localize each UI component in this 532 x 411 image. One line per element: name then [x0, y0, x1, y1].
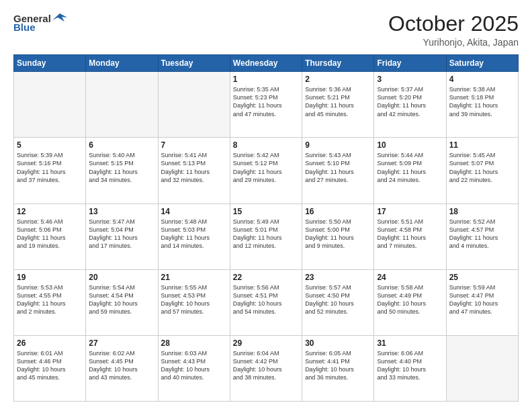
calendar-cell: 3Sunrise: 5:37 AM Sunset: 5:20 PM Daylig… — [374, 72, 446, 138]
day-number: 7 — [161, 140, 227, 150]
calendar-cell: 21Sunrise: 5:55 AM Sunset: 4:53 PM Dayli… — [158, 269, 230, 335]
day-number: 25 — [449, 273, 515, 282]
day-number: 5 — [17, 140, 83, 150]
week-row-2: 12Sunrise: 5:46 AM Sunset: 5:06 PM Dayli… — [14, 203, 519, 269]
day-number: 6 — [89, 140, 154, 150]
logo-bird-icon — [52, 12, 67, 24]
calendar-cell: 20Sunrise: 5:54 AM Sunset: 4:54 PM Dayli… — [86, 269, 158, 335]
calendar-cell: 9Sunrise: 5:43 AM Sunset: 5:10 PM Daylig… — [302, 138, 374, 203]
calendar-cell: 5Sunrise: 5:39 AM Sunset: 5:16 PM Daylig… — [14, 138, 86, 203]
cell-text: Sunrise: 5:47 AM Sunset: 5:04 PM Dayligh… — [89, 218, 154, 250]
calendar-cell — [158, 72, 230, 138]
day-number: 28 — [161, 338, 227, 348]
day-number: 23 — [305, 273, 371, 282]
cell-text: Sunrise: 5:48 AM Sunset: 5:03 PM Dayligh… — [161, 218, 227, 250]
cell-text: Sunrise: 6:03 AM Sunset: 4:43 PM Dayligh… — [161, 349, 227, 382]
calendar-cell: 1Sunrise: 5:35 AM Sunset: 5:23 PM Daylig… — [230, 72, 302, 138]
day-number: 19 — [17, 273, 83, 282]
weekday-header-monday: Monday — [86, 55, 158, 72]
calendar-cell: 19Sunrise: 5:53 AM Sunset: 4:55 PM Dayli… — [14, 269, 86, 335]
cell-text: Sunrise: 6:04 AM Sunset: 4:42 PM Dayligh… — [233, 349, 299, 382]
cell-text: Sunrise: 6:05 AM Sunset: 4:41 PM Dayligh… — [305, 349, 371, 382]
day-number: 24 — [377, 273, 443, 282]
calendar-cell: 27Sunrise: 6:02 AM Sunset: 4:45 PM Dayli… — [86, 335, 158, 401]
day-number: 21 — [161, 273, 227, 282]
day-number: 17 — [377, 207, 443, 216]
calendar-cell: 6Sunrise: 5:40 AM Sunset: 5:15 PM Daylig… — [86, 138, 158, 203]
calendar-cell: 2Sunrise: 5:36 AM Sunset: 5:21 PM Daylig… — [302, 72, 374, 138]
calendar-cell: 24Sunrise: 5:58 AM Sunset: 4:49 PM Dayli… — [374, 269, 446, 335]
cell-text: Sunrise: 6:01 AM Sunset: 4:46 PM Dayligh… — [17, 349, 83, 382]
cell-text: Sunrise: 5:49 AM Sunset: 5:01 PM Dayligh… — [233, 218, 299, 250]
calendar-cell: 26Sunrise: 6:01 AM Sunset: 4:46 PM Dayli… — [14, 335, 86, 401]
cell-text: Sunrise: 5:58 AM Sunset: 4:49 PM Dayligh… — [377, 283, 443, 316]
cell-text: Sunrise: 5:59 AM Sunset: 4:47 PM Dayligh… — [449, 283, 515, 316]
cell-text: Sunrise: 5:55 AM Sunset: 4:53 PM Dayligh… — [161, 283, 227, 316]
calendar-cell: 29Sunrise: 6:04 AM Sunset: 4:42 PM Dayli… — [230, 335, 302, 401]
cell-text: Sunrise: 5:57 AM Sunset: 4:50 PM Dayligh… — [305, 283, 371, 316]
cell-text: Sunrise: 5:44 AM Sunset: 5:09 PM Dayligh… — [377, 151, 443, 184]
calendar-cell: 23Sunrise: 5:57 AM Sunset: 4:50 PM Dayli… — [302, 269, 374, 335]
logo: General Blue — [13, 12, 67, 33]
calendar-cell: 28Sunrise: 6:03 AM Sunset: 4:43 PM Dayli… — [158, 335, 230, 401]
week-row-4: 26Sunrise: 6:01 AM Sunset: 4:46 PM Dayli… — [14, 335, 519, 401]
calendar-cell: 22Sunrise: 5:56 AM Sunset: 4:51 PM Dayli… — [230, 269, 302, 335]
calendar-cell — [86, 72, 158, 138]
calendar-cell: 7Sunrise: 5:41 AM Sunset: 5:13 PM Daylig… — [158, 138, 230, 203]
calendar-cell: 18Sunrise: 5:52 AM Sunset: 4:57 PM Dayli… — [446, 203, 518, 269]
page: General Blue October 2025 Yurihonjo, Aki… — [0, 0, 532, 411]
week-row-3: 19Sunrise: 5:53 AM Sunset: 4:55 PM Dayli… — [14, 269, 519, 335]
location: Yurihonjo, Akita, Japan — [388, 37, 519, 48]
calendar-cell: 17Sunrise: 5:51 AM Sunset: 4:58 PM Dayli… — [374, 203, 446, 269]
cell-text: Sunrise: 5:42 AM Sunset: 5:12 PM Dayligh… — [233, 151, 299, 184]
calendar-cell: 13Sunrise: 5:47 AM Sunset: 5:04 PM Dayli… — [86, 203, 158, 269]
cell-text: Sunrise: 5:43 AM Sunset: 5:10 PM Dayligh… — [305, 151, 371, 184]
day-number: 31 — [377, 338, 443, 348]
day-number: 22 — [233, 273, 299, 282]
title-block: October 2025 Yurihonjo, Akita, Japan — [388, 12, 519, 48]
logo-blue: Blue — [13, 21, 36, 33]
cell-text: Sunrise: 6:02 AM Sunset: 4:45 PM Dayligh… — [89, 349, 154, 382]
cell-text: Sunrise: 5:54 AM Sunset: 4:54 PM Dayligh… — [89, 283, 154, 316]
cell-text: Sunrise: 5:45 AM Sunset: 5:07 PM Dayligh… — [449, 151, 515, 184]
calendar-cell: 31Sunrise: 6:06 AM Sunset: 4:40 PM Dayli… — [374, 335, 446, 401]
calendar-cell: 25Sunrise: 5:59 AM Sunset: 4:47 PM Dayli… — [446, 269, 518, 335]
month-title: October 2025 — [388, 12, 519, 36]
calendar-cell: 16Sunrise: 5:50 AM Sunset: 5:00 PM Dayli… — [302, 203, 374, 269]
day-number: 12 — [17, 207, 83, 216]
cell-text: Sunrise: 5:41 AM Sunset: 5:13 PM Dayligh… — [161, 151, 227, 184]
calendar-table: SundayMondayTuesdayWednesdayThursdayFrid… — [13, 54, 519, 402]
cell-text: Sunrise: 5:37 AM Sunset: 5:20 PM Dayligh… — [377, 85, 443, 118]
cell-text: Sunrise: 5:39 AM Sunset: 5:16 PM Dayligh… — [17, 151, 83, 184]
calendar-cell: 15Sunrise: 5:49 AM Sunset: 5:01 PM Dayli… — [230, 203, 302, 269]
calendar-cell: 4Sunrise: 5:38 AM Sunset: 5:18 PM Daylig… — [446, 72, 518, 138]
cell-text: Sunrise: 5:40 AM Sunset: 5:15 PM Dayligh… — [89, 151, 154, 184]
calendar-cell: 30Sunrise: 6:05 AM Sunset: 4:41 PM Dayli… — [302, 335, 374, 401]
day-number: 30 — [305, 338, 371, 348]
cell-text: Sunrise: 5:51 AM Sunset: 4:58 PM Dayligh… — [377, 218, 443, 250]
day-number: 1 — [233, 75, 299, 84]
cell-text: Sunrise: 5:50 AM Sunset: 5:00 PM Dayligh… — [305, 218, 371, 250]
cell-text: Sunrise: 5:46 AM Sunset: 5:06 PM Dayligh… — [17, 218, 83, 250]
calendar-cell: 8Sunrise: 5:42 AM Sunset: 5:12 PM Daylig… — [230, 138, 302, 203]
day-number: 13 — [89, 207, 154, 216]
calendar-cell: 11Sunrise: 5:45 AM Sunset: 5:07 PM Dayli… — [446, 138, 518, 203]
weekday-header-thursday: Thursday — [302, 55, 374, 72]
cell-text: Sunrise: 6:06 AM Sunset: 4:40 PM Dayligh… — [377, 349, 443, 382]
calendar-cell — [446, 335, 518, 401]
day-number: 14 — [161, 207, 227, 216]
week-row-1: 5Sunrise: 5:39 AM Sunset: 5:16 PM Daylig… — [14, 138, 519, 203]
calendar-cell: 14Sunrise: 5:48 AM Sunset: 5:03 PM Dayli… — [158, 203, 230, 269]
weekday-header-wednesday: Wednesday — [230, 55, 302, 72]
weekday-header-row: SundayMondayTuesdayWednesdayThursdayFrid… — [14, 55, 519, 72]
cell-text: Sunrise: 5:35 AM Sunset: 5:23 PM Dayligh… — [233, 85, 299, 118]
calendar-cell: 10Sunrise: 5:44 AM Sunset: 5:09 PM Dayli… — [374, 138, 446, 203]
day-number: 15 — [233, 207, 299, 216]
cell-text: Sunrise: 5:53 AM Sunset: 4:55 PM Dayligh… — [17, 283, 83, 316]
day-number: 9 — [305, 140, 371, 150]
weekday-header-tuesday: Tuesday — [158, 55, 230, 72]
day-number: 8 — [233, 140, 299, 150]
day-number: 29 — [233, 338, 299, 348]
calendar-cell — [14, 72, 86, 138]
day-number: 18 — [449, 207, 515, 216]
